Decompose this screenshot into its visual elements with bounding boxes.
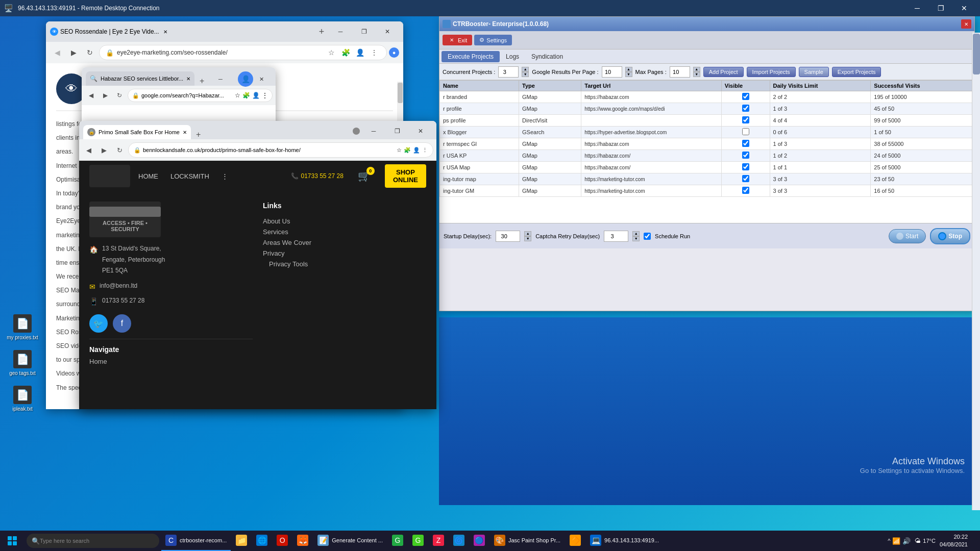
primo-link-privacy[interactable]: Privacy <box>263 248 426 259</box>
taskbar-app-ctrbooster[interactable]: C ctrbooster-recom... <box>161 531 231 551</box>
taskbar-app-browser2[interactable]: 🌀 <box>449 531 469 551</box>
seo-star-icon[interactable]: ☆ <box>325 46 337 59</box>
primo-menu-icon[interactable]: ⋮ <box>422 147 428 154</box>
table-row[interactable]: r profile GMap https://www.google.com/ma… <box>440 103 974 115</box>
tray-speaker-icon[interactable]: 🔊 <box>902 537 911 545</box>
taskbar-app-generate[interactable]: 📝 Generate Content ... <box>313 531 387 551</box>
primo-facebook-btn[interactable]: f <box>113 314 131 333</box>
row-visible[interactable] <box>721 162 770 173</box>
sample-btn[interactable]: Sample <box>799 67 829 77</box>
primo-shop-btn[interactable]: SHOP ONLINE <box>385 164 426 188</box>
primo-url-bar[interactable]: 🔒 bennlockandsafe.co.uk/product/primo-sm… <box>128 142 433 158</box>
ctrbooster-close-btn[interactable]: ✕ <box>961 19 971 29</box>
show-desktop-btn[interactable] <box>972 531 976 551</box>
desktop-icon-proxies[interactable]: 📄 my proxies.txt <box>2 311 43 343</box>
taskbar-app-edge[interactable]: 🌐 <box>252 531 272 551</box>
primo-twitter-btn[interactable]: 🐦 <box>89 314 108 333</box>
google-results-input[interactable] <box>602 66 622 78</box>
row-visible[interactable] <box>721 138 770 150</box>
max-pages-input[interactable] <box>670 66 690 78</box>
rdp-close-btn[interactable]: ✕ <box>952 0 976 16</box>
habazar-new-tab[interactable]: + <box>197 77 207 86</box>
taskbar-app-paintshop[interactable]: 🎨 Jasc Paint Shop Pr... <box>490 531 565 551</box>
rdp-restore-btn[interactable]: ❐ <box>929 0 952 16</box>
seo-puzzle-icon[interactable]: 🧩 <box>339 46 352 59</box>
google-results-down[interactable]: ▼ <box>625 72 632 77</box>
seo-browser-close[interactable]: ✕ <box>376 23 399 40</box>
habazar-star[interactable]: ☆ <box>235 92 240 99</box>
seo-browser-minimize[interactable]: ─ <box>329 23 352 40</box>
tray-network-icon[interactable]: 📶 <box>892 537 900 545</box>
habazar-tab-close[interactable]: ✕ <box>186 76 190 82</box>
taskbar-clock[interactable]: 20:22 04/08/2021 <box>940 533 968 549</box>
seo-color-disc[interactable]: ● <box>389 47 399 58</box>
habazar-profile[interactable]: 👤 <box>252 92 260 99</box>
habazar-forward[interactable]: ▶ <box>99 89 111 102</box>
taskbar-app-explorer[interactable]: 📁 <box>232 531 251 551</box>
table-row[interactable]: ing-tutor GM GMap https://marketing-tuto… <box>440 185 974 197</box>
taskbar-app-rdp[interactable]: 💻 96.43.143.133:4919... <box>586 531 663 551</box>
habazar-url-bar[interactable]: 🔒 google.com/search?q=Habazar... ☆ 🧩 👤 ⋮ <box>128 89 273 102</box>
main-scrollbar[interactable] <box>972 33 980 510</box>
primo-refresh[interactable]: ↻ <box>113 143 126 157</box>
concurrent-input[interactable] <box>498 66 519 78</box>
primo-link-about[interactable]: About Us <box>263 216 426 227</box>
ctrbooster-table-container[interactable]: Name Type Target Url Visible Daily Visit… <box>439 80 974 223</box>
taskbar-search-bar[interactable]: 🔍 Type here to search <box>27 534 159 548</box>
ctrbooster-settings-btn[interactable]: ⚙ Settings <box>474 35 512 45</box>
primo-link-services[interactable]: Services <box>263 227 426 237</box>
habazar-close[interactable]: ✕ <box>251 72 272 86</box>
seo-back-btn[interactable]: ◀ <box>50 45 64 60</box>
habazar-puzzle[interactable]: 🧩 <box>242 92 250 99</box>
habazar-menu[interactable]: ⋮ <box>262 92 268 99</box>
max-pages-up[interactable]: ▲ <box>693 67 700 72</box>
row-visible[interactable] <box>721 150 770 162</box>
table-row[interactable]: r USA KP GMap https://habazar.com/ 1 of … <box>440 150 974 162</box>
rdp-minimize-btn[interactable]: ─ <box>905 0 929 16</box>
taskbar-app-vpn[interactable]: 🔵 <box>470 531 489 551</box>
primo-nav-more[interactable]: ⋮ <box>222 172 228 180</box>
primo-back[interactable]: ◀ <box>82 143 95 157</box>
primo-puzzle[interactable]: 🧩 <box>404 147 411 154</box>
seo-browser-restore[interactable]: ❐ <box>352 23 376 40</box>
primo-link-privacy-tools[interactable]: Privacy Tools <box>263 259 426 269</box>
captcha-down[interactable]: ▼ <box>632 236 640 241</box>
startup-up[interactable]: ▲ <box>524 231 531 236</box>
primo-cart-wrapper[interactable]: 🛒 0 <box>358 170 371 182</box>
concurrent-down[interactable]: ▼ <box>522 72 529 77</box>
table-row[interactable]: ps profile DirectVisit 4 of 4 99 of 5000 <box>440 115 974 127</box>
row-visible[interactable] <box>721 91 770 103</box>
import-projects-btn[interactable]: Import Projects <box>747 67 796 77</box>
max-pages-down[interactable]: ▼ <box>693 72 700 77</box>
startup-down[interactable]: ▼ <box>524 236 531 241</box>
primo-close[interactable]: ✕ <box>409 123 432 139</box>
seo-refresh-btn[interactable]: ↻ <box>83 45 97 60</box>
primo-nav-locksmith[interactable]: LOCKSMITH <box>170 172 209 180</box>
ctrbooster-stop-btn[interactable]: Stop <box>930 228 970 244</box>
add-project-btn[interactable]: Add Project <box>703 67 744 77</box>
row-visible[interactable] <box>721 115 770 127</box>
tray-arrow[interactable]: ^ <box>888 538 890 544</box>
primo-link-areas[interactable]: Areas We Cover <box>263 237 426 248</box>
table-row[interactable]: r termspec Gl GMap https://habazar.com 1… <box>440 138 974 150</box>
primo-profile-icon[interactable]: 👤 <box>413 147 420 154</box>
desktop-icon-ipleak[interactable]: 📄 ipleak.txt <box>2 383 43 414</box>
ctrbooster-exit-btn[interactable]: ✕ Exit <box>443 35 472 45</box>
seo-menu-icon[interactable]: ⋮ <box>368 46 380 59</box>
row-visible[interactable] <box>721 127 770 138</box>
captcha-delay-input[interactable] <box>604 231 628 242</box>
primo-forward[interactable]: ▶ <box>97 143 111 157</box>
row-visible[interactable] <box>721 173 770 185</box>
primo-color-disc[interactable] <box>353 128 360 135</box>
primo-tab-close[interactable]: ✕ <box>183 130 187 135</box>
ctr-menu-logs[interactable]: Logs <box>500 51 525 62</box>
habazar-refresh[interactable]: ↻ <box>113 89 126 102</box>
export-projects-btn[interactable]: Export Projects <box>832 67 881 77</box>
seo-url-bar[interactable]: 🔒 eye2eye-marketing.com/seo-rossendale/ … <box>99 45 387 60</box>
table-row[interactable]: x Blogger GSearch https://hyper-advertis… <box>440 127 974 138</box>
primo-minimize[interactable]: ─ <box>362 123 385 139</box>
ctr-menu-syndication[interactable]: Syndication <box>525 51 569 62</box>
seo-profile-icon[interactable]: 👤 <box>354 46 366 59</box>
primo-new-tab[interactable]: + <box>193 130 204 139</box>
taskbar-app-green2[interactable]: G <box>408 531 428 551</box>
